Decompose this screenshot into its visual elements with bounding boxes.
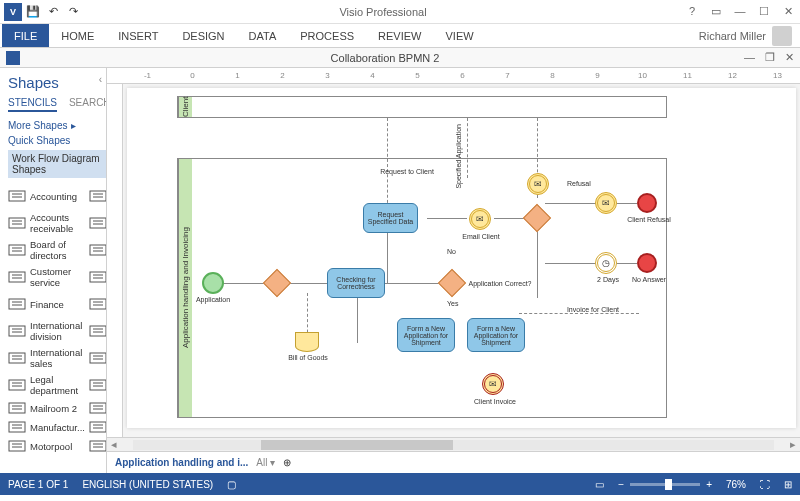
event-refusal-msg[interactable]: ✉	[527, 173, 549, 195]
zoom-slider-thumb[interactable]	[665, 479, 672, 490]
shape-stencil-icon	[89, 439, 107, 453]
ribbon-tab-file[interactable]: FILE	[2, 24, 49, 47]
document-title: Collaboration BPMN 2	[26, 52, 744, 64]
add-sheet-button[interactable]: ⊕	[283, 457, 291, 468]
shape-item[interactable]: Copy center	[89, 238, 107, 262]
shape-stencil-icon	[8, 189, 26, 203]
scroll-left-icon[interactable]: ◂	[107, 438, 121, 451]
presentation-mode-icon[interactable]: ▭	[595, 479, 604, 490]
shape-item[interactable]: Legal department	[8, 373, 85, 397]
svg-rect-24	[9, 299, 25, 309]
task-form-new-2[interactable]: Form a New Application for Shipment	[467, 318, 525, 352]
ribbon-tab-insert[interactable]: INSERT	[106, 24, 170, 47]
redo-button[interactable]: ↷	[64, 3, 82, 21]
scroll-right-icon[interactable]: ▸	[786, 438, 800, 451]
svg-rect-6	[9, 218, 25, 228]
data-bill-of-goods[interactable]	[295, 332, 319, 352]
ribbon-tab-review[interactable]: REVIEW	[366, 24, 433, 47]
user-avatar-icon[interactable]	[772, 26, 792, 46]
shape-stencil-icon	[89, 270, 107, 284]
end-client-refusal[interactable]	[637, 193, 657, 213]
ribbon-tab-process[interactable]: PROCESS	[288, 24, 366, 47]
event-timer-2days[interactable]: ◷	[595, 252, 617, 274]
task-checking[interactable]: Checking for Correctness	[327, 268, 385, 298]
ruler-tick: 0	[170, 71, 215, 80]
ribbon-tab-home[interactable]: HOME	[49, 24, 106, 47]
shape-item[interactable]: Mailroom 1	[89, 373, 107, 397]
zoom-level[interactable]: 76%	[726, 479, 746, 490]
collapse-panel-icon[interactable]: ‹	[99, 74, 102, 85]
ribbon-tab-data[interactable]: DATA	[237, 24, 289, 47]
shape-item[interactable]: Bank	[89, 211, 107, 235]
shape-item[interactable]: Accounts receivable	[8, 211, 85, 235]
task-form-new-1[interactable]: Form a New Application for Shipment	[397, 318, 455, 352]
undo-button[interactable]: ↶	[44, 3, 62, 21]
zoom-out-icon[interactable]: −	[618, 479, 624, 490]
sheet-all-label[interactable]: All ▾	[256, 457, 275, 468]
horizontal-scrollbar[interactable]: ◂ ▸	[107, 437, 800, 451]
event-client-refusal[interactable]: ✉	[595, 192, 617, 214]
shape-item[interactable]: International sales	[8, 346, 85, 370]
zoom-in-icon[interactable]: +	[706, 479, 712, 490]
shape-item[interactable]: Accounts payable	[89, 184, 107, 208]
zoom-control[interactable]: − +	[618, 479, 712, 490]
shape-item[interactable]: Inventory	[89, 346, 107, 370]
more-shapes-link[interactable]: More Shapes▸	[8, 120, 106, 131]
app-icon[interactable]: V	[4, 3, 22, 21]
pan-zoom-icon[interactable]: ⊞	[784, 479, 792, 490]
fit-window-icon[interactable]: ⛶	[760, 479, 770, 490]
tab-stencils[interactable]: STENCILS	[8, 97, 57, 112]
canvas-area: -1012345678910111213 Client Application …	[107, 68, 800, 473]
task-request-spec[interactable]: Request Specified Data	[363, 203, 418, 233]
minimize-button[interactable]: —	[732, 5, 748, 18]
save-button[interactable]: 💾	[24, 3, 42, 21]
ribbon-tab-view[interactable]: VIEW	[433, 24, 485, 47]
shape-item[interactable]: Marketing	[89, 419, 107, 435]
shape-item-label: International division	[30, 320, 85, 342]
page-indicator[interactable]: PAGE 1 OF 1	[8, 479, 68, 490]
drawing-canvas[interactable]: Client Application handling and Invoicin…	[127, 88, 796, 428]
doc-minimize-button[interactable]: —	[744, 51, 755, 64]
shape-item[interactable]: Packaging	[89, 438, 107, 454]
language-indicator[interactable]: ENGLISH (UNITED STATES)	[82, 479, 213, 490]
svg-rect-15	[90, 245, 106, 255]
event-email-client[interactable]: ✉	[469, 208, 491, 230]
doc-restore-button[interactable]: ❐	[765, 51, 775, 64]
shape-item[interactable]: International division	[8, 319, 85, 343]
maximize-button[interactable]: ☐	[756, 5, 772, 18]
shape-item[interactable]: International marketing	[89, 319, 107, 343]
shape-item[interactable]: Motorpool	[8, 438, 85, 454]
shape-item[interactable]: Distribution	[89, 265, 107, 289]
vertical-ruler	[107, 84, 123, 437]
start-event[interactable]	[202, 272, 224, 294]
shape-item[interactable]: Management	[89, 400, 107, 416]
shape-item[interactable]: Information systems	[89, 292, 107, 316]
event-client-invoice[interactable]: ✉	[482, 373, 504, 395]
title-bar: V 💾 ↶ ↷ Visio Professional ? ▭ — ☐ ✕	[0, 0, 800, 24]
shape-stencil-icon	[8, 324, 26, 338]
sheet-tab-active[interactable]: Application handling and i...	[115, 457, 248, 468]
help-button[interactable]: ?	[684, 5, 700, 18]
shape-item[interactable]: Manufactur...	[8, 419, 85, 435]
ribbon-tab-design[interactable]: DESIGN	[170, 24, 236, 47]
flow-line	[617, 263, 637, 264]
pool-main[interactable]: Application handling and Invoicing	[177, 158, 667, 418]
macro-record-icon[interactable]: ▢	[227, 479, 236, 490]
shape-item[interactable]: Mailroom 2	[8, 400, 85, 416]
ribbon-toggle-button[interactable]: ▭	[708, 5, 724, 18]
end-no-answer[interactable]	[637, 253, 657, 273]
close-button[interactable]: ✕	[780, 5, 796, 18]
quick-shapes-link[interactable]: Quick Shapes	[8, 135, 106, 146]
shape-item[interactable]: Customer service	[8, 265, 85, 289]
scroll-thumb[interactable]	[261, 440, 453, 450]
shape-item[interactable]: Accounting	[8, 184, 85, 208]
tab-search[interactable]: SEARCH	[69, 97, 107, 112]
svg-rect-0	[9, 191, 25, 201]
doc-close-button[interactable]: ✕	[785, 51, 794, 64]
shape-item[interactable]: Board of directors	[8, 238, 85, 262]
pool-client[interactable]: Client	[177, 96, 667, 118]
shapes-section-header[interactable]: Work Flow Diagram Shapes	[8, 150, 106, 178]
shape-item[interactable]: Finance	[8, 292, 85, 316]
shape-stencil-icon	[8, 270, 26, 284]
user-name[interactable]: Richard Miller	[699, 30, 766, 42]
